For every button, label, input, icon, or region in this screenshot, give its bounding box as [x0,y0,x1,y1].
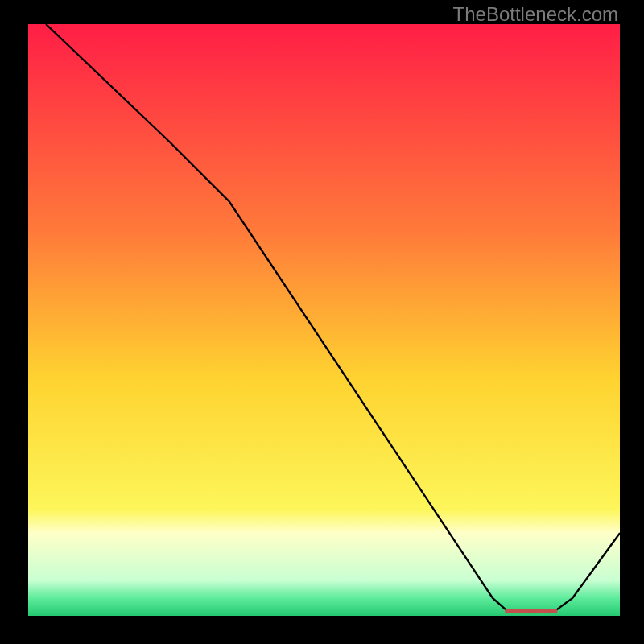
svg-point-3 [515,609,520,613]
svg-point-8 [542,609,547,613]
svg-point-9 [547,609,551,613]
chart-svg [28,24,620,616]
svg-point-1 [505,609,510,613]
watermark-text: TheBottleneck.com [453,3,618,26]
chart-plot-area [28,24,620,616]
chart-frame: TheBottleneck.com [0,0,644,644]
svg-point-4 [521,609,526,613]
svg-point-6 [531,609,536,613]
svg-point-10 [552,609,557,613]
svg-point-7 [536,609,541,613]
svg-point-2 [510,609,515,613]
svg-point-5 [526,609,530,613]
chart-background [28,24,620,616]
